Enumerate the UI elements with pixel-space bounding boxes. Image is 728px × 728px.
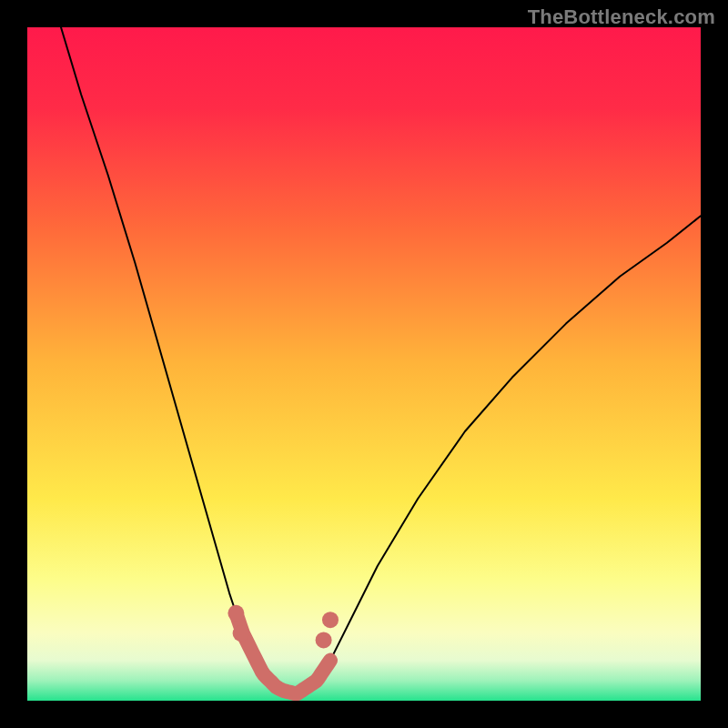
gradient-background <box>27 27 701 701</box>
highlight-dot <box>316 632 332 648</box>
chart-frame: TheBottleneck.com <box>0 0 728 728</box>
highlight-dot <box>233 625 249 642</box>
plot-area <box>27 27 701 701</box>
chart-svg <box>27 27 701 701</box>
highlight-dot <box>228 605 244 622</box>
watermark-text: TheBottleneck.com <box>528 5 715 29</box>
highlight-dot <box>322 612 339 628</box>
